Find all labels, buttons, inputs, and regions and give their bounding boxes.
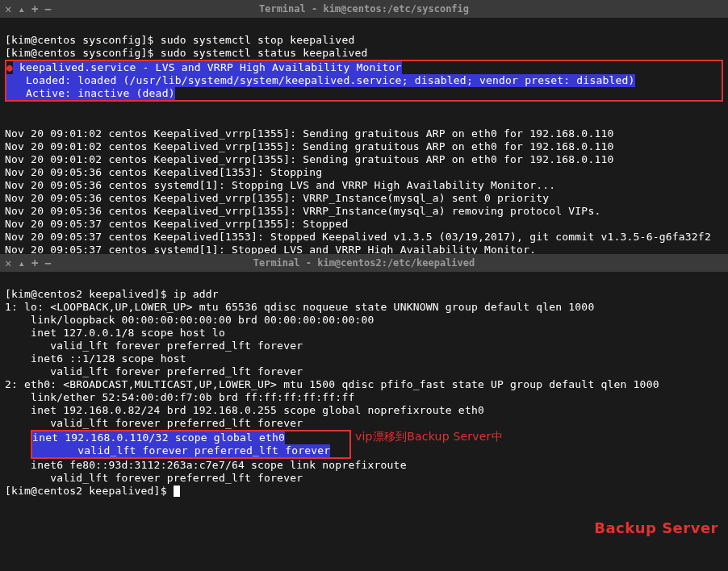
log-line: Nov 20 09:05:36 centos Keepalived[1353]:…: [5, 166, 322, 178]
ip-output-line: link/ether 52:54:00:d0:f7:0b brd ff:ff:f…: [5, 391, 354, 403]
log-line: Nov 20 09:01:02 centos Keepalived_vrrp[1…: [5, 153, 614, 165]
command-text: sudo systemctl status keepalived: [161, 47, 368, 59]
window-controls: ✕ ▴ + −: [5, 2, 52, 15]
log-line: Nov 20 09:01:02 centos Keepalived_vrrp[1…: [5, 140, 614, 152]
terminal-window-master: ✕ ▴ + − Terminal - kim@centos:/etc/sysco…: [0, 0, 728, 254]
ip-output-line: inet6 ::1/128 scope host: [5, 352, 193, 365]
titlebar-top: ✕ ▴ + − Terminal - kim@centos:/etc/sysco…: [0, 0, 728, 18]
plus-icon[interactable]: +: [31, 2, 38, 15]
ip-output-line: valid_lft forever preferred_lft forever: [5, 472, 303, 484]
window-title: Terminal - kim@centos:/etc/sysconfig: [0, 3, 728, 15]
plus-icon[interactable]: +: [31, 256, 38, 269]
window-title: Terminal - kim@centos2:/etc/keepalived: [0, 257, 728, 269]
ip-output-line: valid_lft forever preferred_lft forever: [5, 365, 303, 377]
maximize-icon[interactable]: ▴: [18, 2, 24, 15]
window-controls: ✕ ▴ + −: [5, 256, 52, 269]
log-line: Nov 20 09:05:37 centos Keepalived[1353]:…: [5, 231, 711, 243]
ip-output-line: inet 192.168.0.82/24 brd 192.168.0.255 s…: [5, 404, 484, 416]
titlebar-bottom: ✕ ▴ + − Terminal - kim@centos2:/etc/keep…: [0, 254, 728, 272]
service-name-line: keepalived.service - LVS and VRRP High A…: [13, 61, 402, 74]
maximize-icon[interactable]: ▴: [18, 256, 24, 269]
vip-line: inet 192.168.0.110/32 scope global eth0: [32, 431, 285, 444]
close-icon[interactable]: ✕: [5, 256, 11, 269]
log-line: Nov 20 09:05:36 centos Keepalived_vrrp[1…: [5, 205, 600, 217]
prompt: [kim@centos2 keepalived]$: [5, 485, 174, 497]
minus-icon[interactable]: −: [44, 2, 51, 15]
log-line: Nov 20 09:05:36 centos systemd[1]: Stopp…: [5, 179, 555, 191]
terminal-body-bottom[interactable]: [kim@centos2 keepalived]$ ip addr 1: lo:…: [0, 272, 728, 540]
command-text: sudo systemctl stop keepalived: [161, 34, 355, 46]
vip-highlight-box: inet 192.168.0.110/32 scope global eth0 …: [31, 430, 351, 459]
ip-output-line: valid_lft forever preferred_lft forever: [5, 340, 303, 352]
ip-output-line: 2: eth0: <BROADCAST,MULTICAST,UP,LOWER_U…: [5, 378, 659, 390]
prompt: [kim@centos2 keepalived]$: [5, 288, 174, 300]
ip-output-line: inet 127.0.0.1/8 scope host lo: [5, 327, 225, 339]
text-cursor: [174, 486, 180, 497]
service-active-line: Active: inactive (dead): [6, 87, 175, 100]
close-icon[interactable]: ✕: [5, 2, 11, 15]
log-line: Nov 20 09:01:02 centos Keepalived_vrrp[1…: [5, 127, 614, 140]
vip-drift-note: vip漂移到Backup Server中: [355, 430, 503, 443]
ip-output-line: link/loopback 00:00:00:00:00:00 brd 00:0…: [5, 314, 374, 326]
command-text: ip addr: [174, 288, 219, 300]
service-status-highlight: ● keepalived.service - LVS and VRRP High…: [5, 60, 723, 102]
vip-pad: [5, 444, 31, 456]
minus-icon[interactable]: −: [44, 256, 51, 269]
vip-line: valid_lft forever preferred_lft forever: [77, 444, 330, 457]
vip-pad2: [32, 444, 77, 457]
prompt: [kim@centos sysconfig]$: [5, 47, 161, 59]
ip-output-line: inet6 fe80::93d:3112:263a:c7e7/64 scope …: [5, 459, 413, 471]
terminal-window-backup: ✕ ▴ + − Terminal - kim@centos2:/etc/keep…: [0, 254, 728, 571]
prompt: [kim@centos sysconfig]$: [5, 34, 161, 46]
log-line: Nov 20 09:05:37 centos Keepalived_vrrp[1…: [5, 218, 348, 230]
ip-output-line: valid_lft forever preferred_lft forever: [5, 417, 303, 429]
backup-server-label: Backup Server: [594, 522, 718, 535]
log-line: Nov 20 09:05:36 centos Keepalived_vrrp[1…: [5, 192, 549, 204]
service-loaded-line: Loaded: loaded (/usr/lib/systemd/system/…: [6, 74, 635, 87]
ip-output-line: 1: lo: <LOOPBACK,UP,LOWER_UP> mtu 65536 …: [5, 301, 594, 313]
status-dot-icon: ●: [6, 61, 13, 73]
